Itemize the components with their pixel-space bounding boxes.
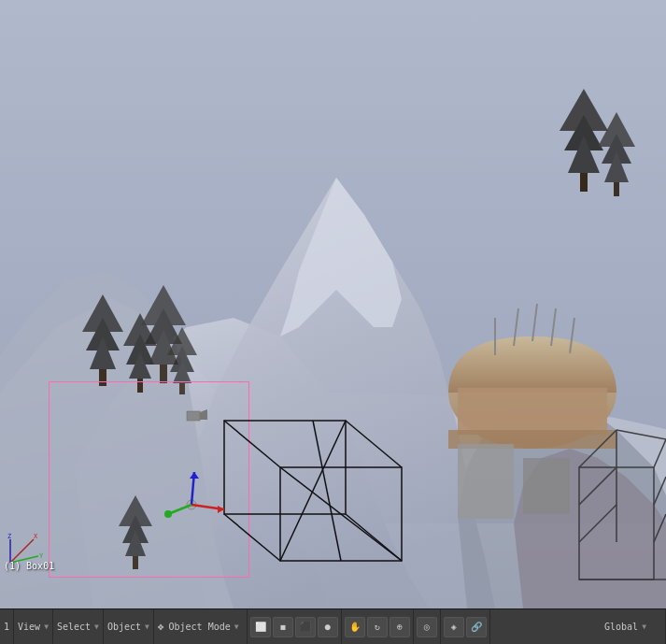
svg-text:X: X [34,533,38,540]
mode-dropdown-arrow: ▼ [234,623,239,631]
view-menu[interactable]: View ▼ [14,609,53,644]
svg-rect-36 [99,369,106,386]
pivot-group: ◈ 🔗 [441,609,490,644]
bottom-toolbar: 1 View ▼ Select ▼ Object ▼ ✥ Object Mode… [0,608,666,644]
svg-line-79 [10,539,34,563]
svg-rect-21 [458,444,514,519]
rotate-tool-button[interactable]: ↻ [367,617,388,637]
mode-selector[interactable]: ✥ Object Mode ▼ [154,609,248,644]
global-label: Global [604,622,638,632]
select-dropdown-arrow: ▼ [94,623,99,631]
frame-number[interactable]: 1 [0,609,14,644]
snap-button[interactable]: 🔗 [466,617,487,637]
svg-text:Y: Y [39,552,43,560]
viewport-shading-group: ⬜ ◼ ⬛ ● [248,609,342,644]
svg-text:Z: Z [7,533,11,540]
svg-rect-60 [133,556,138,569]
svg-rect-22 [523,458,570,514]
svg-rect-44 [160,365,167,383]
object-label: Object [107,622,141,632]
object-dropdown-arrow: ▼ [145,623,149,631]
svg-rect-40 [137,379,143,393]
proportional-button[interactable]: ◎ [417,617,437,637]
svg-line-70 [280,421,346,561]
object-menu[interactable]: Object ▼ [104,609,154,644]
solid-button[interactable]: ◼ [273,617,293,637]
svg-rect-14 [458,388,607,435]
wireframe-box [205,402,420,589]
select-label: Select [57,622,91,632]
svg-rect-52 [580,173,588,192]
svg-rect-61 [187,411,200,421]
svg-point-78 [164,510,172,518]
svg-rect-48 [179,383,185,394]
object-info-label: (1) Box01 [4,561,54,571]
select-menu[interactable]: Select ▼ [53,609,104,644]
svg-marker-76 [190,472,199,479]
frame-number-label: 1 [4,622,9,632]
svg-line-66 [346,421,402,467]
texture-button[interactable]: ⬛ [295,617,316,637]
transform-gizmo [159,458,234,533]
3d-viewport[interactable]: X Y Z (1) Box01 [0,0,666,608]
view-label: View [18,622,40,632]
global-dropdown-arrow: ▼ [642,623,646,631]
grab-tool-button[interactable]: ✋ [345,617,365,637]
svg-marker-74 [218,506,224,513]
view-dropdown-arrow: ▼ [44,623,49,631]
proportional-group: ◎ [414,609,441,644]
navigation-group: ✋ ↻ ⊕ [342,609,414,644]
wireframe-button[interactable]: ⬜ [250,617,271,637]
mode-label: Object Mode [168,622,230,632]
svg-line-77 [168,505,191,514]
mode-icon: ✥ [158,621,164,633]
svg-line-71 [313,421,341,561]
zoom-tool-button[interactable]: ⊕ [390,617,410,637]
svg-rect-56 [614,182,619,196]
pivot-button[interactable]: ◈ [444,617,464,637]
transform-orientation[interactable]: Global ▼ [601,609,666,644]
rendered-button[interactable]: ● [318,617,338,637]
